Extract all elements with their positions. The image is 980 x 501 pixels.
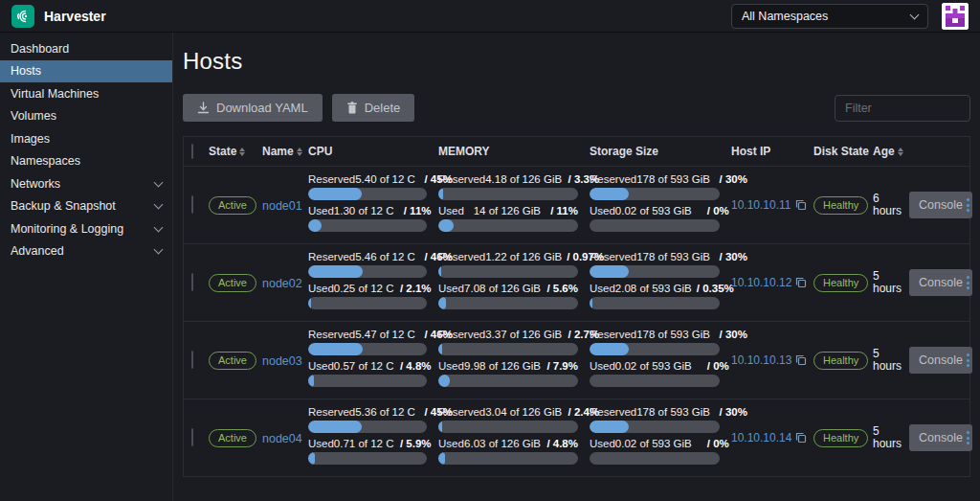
select-all-checkbox[interactable] (191, 144, 193, 159)
sidebar-item-label: Monitoring & Logging (11, 222, 123, 236)
header-cpu: CPU (308, 145, 438, 158)
sidebar-item-networks[interactable]: Networks (0, 172, 172, 195)
sidebar-item-label: Namespaces (11, 154, 80, 168)
row-checkbox[interactable] (191, 195, 193, 214)
table-row: Active node01 Reserved5.40 of 12 C/ 45% … (184, 167, 969, 244)
table-header: State Name CPU MEMORY Storage Size Host … (184, 137, 969, 167)
chevron-down-icon (154, 177, 164, 187)
header-host-ip: Host IP (731, 145, 813, 158)
header-storage: Storage Size (590, 145, 731, 158)
sidebar: Dashboard Hosts Virtual Machines Volumes… (0, 33, 173, 501)
sidebar-item-label: Images (11, 132, 50, 146)
host-name-link[interactable]: node04 (262, 432, 302, 445)
host-name-link[interactable]: node03 (262, 354, 302, 368)
storage-reserved-bar (590, 265, 720, 278)
header-cpu-label: CPU (308, 145, 332, 158)
storage-metric: Reserved178 of 593 GiB/ 30% Used0.02 of … (590, 173, 731, 237)
sidebar-item-namespaces[interactable]: Namespaces (0, 150, 172, 173)
sidebar-item-label: Networks (11, 177, 60, 191)
sidebar-item-label: Virtual Machines (11, 87, 99, 101)
host-ip-link[interactable]: 10.10.10.11 (731, 198, 791, 212)
state-badge: Active (209, 429, 256, 447)
storage-used-bar (590, 297, 720, 309)
copy-icon[interactable] (795, 432, 807, 444)
table-row: Active node03 Reserved5.47 of 12 C/ 46% … (184, 322, 969, 399)
copy-icon[interactable] (795, 199, 807, 211)
row-checkbox[interactable] (191, 428, 193, 446)
state-badge: Active (209, 196, 256, 215)
table-row: Active node04 Reserved5.36 of 12 C/ 45% … (184, 399, 969, 477)
row-actions-menu-icon[interactable] (959, 427, 976, 448)
cpu-used-bar (308, 219, 427, 232)
download-icon (197, 102, 210, 114)
disk-state-badge: Healthy (813, 352, 868, 370)
memory-metric: Reserved1.22 of 126 GiB/ 0.97% Used7.08 … (438, 251, 590, 314)
copy-icon[interactable] (795, 277, 807, 288)
storage-used-bar (590, 375, 720, 387)
cpu-metric: Reserved5.47 of 12 C/ 46% Used0.57 of 12… (308, 329, 438, 392)
storage-metric: Reserved178 of 593 GiB/ 30% Used0.02 of … (590, 329, 731, 392)
header-age[interactable]: Age (873, 145, 909, 158)
state-badge: Active (209, 352, 256, 370)
sidebar-item-hosts[interactable]: Hosts (0, 60, 172, 83)
copy-icon[interactable] (795, 354, 807, 366)
disk-state-badge: Healthy (813, 274, 868, 292)
header-host-ip-label: Host IP (731, 145, 770, 158)
memory-metric: Reserved4.18 of 126 GiB/ 3.3% Used14 of … (438, 173, 590, 237)
storage-metric: Reserved178 of 593 GiB/ 30% Used0.02 of … (590, 406, 731, 469)
header-disk-state: Disk State (813, 145, 873, 158)
chevron-down-icon (154, 245, 164, 255)
main-content: Hosts Download YAML Delet (173, 33, 980, 501)
namespace-selector[interactable]: All Namespaces (731, 4, 928, 29)
row-actions-menu-icon[interactable] (959, 350, 976, 371)
memory-metric: Reserved3.37 of 126 GiB/ 2.7% Used9.98 o… (438, 329, 590, 392)
cpu-reserved-bar (308, 343, 427, 355)
sidebar-item-label: Backup & Snapshot (11, 199, 116, 213)
row-actions-menu-icon[interactable] (959, 194, 976, 216)
storage-metric: Reserved178 of 593 GiB/ 30% Used2.08 of … (590, 251, 731, 314)
namespace-selected-value: All Namespaces (742, 10, 828, 23)
storage-reserved-bar (590, 343, 720, 355)
sidebar-item-virtual-machines[interactable]: Virtual Machines (0, 82, 172, 105)
host-ip-link[interactable]: 10.10.10.12 (731, 276, 791, 289)
filter-input[interactable] (835, 95, 970, 122)
download-yaml-button[interactable]: Download YAML (183, 94, 323, 122)
row-checkbox[interactable] (191, 351, 193, 369)
row-checkbox[interactable] (191, 273, 193, 291)
sidebar-item-volumes[interactable]: Volumes (0, 105, 172, 128)
host-name-link[interactable]: node01 (262, 199, 302, 213)
age-cell: 5hours (873, 425, 909, 450)
disk-state-badge: Healthy (813, 196, 868, 215)
sidebar-item-images[interactable]: Images (0, 127, 172, 150)
sidebar-item-advanced[interactable]: Advanced (0, 240, 172, 263)
top-bar: Harvester All Namespaces (0, 0, 980, 33)
memory-used-bar (438, 375, 578, 387)
sidebar-item-label: Dashboard (11, 42, 69, 56)
header-name[interactable]: Name (262, 145, 308, 158)
host-ip-link[interactable]: 10.10.10.13 (731, 353, 791, 367)
sidebar-item-backup-snapshot[interactable]: Backup & Snapshot (0, 195, 172, 218)
header-state-label: State (209, 145, 236, 158)
header-storage-label: Storage Size (590, 145, 658, 158)
cpu-reserved-bar (308, 188, 427, 200)
actions-bar: Download YAML Delete (183, 94, 970, 122)
cpu-reserved-bar (308, 265, 427, 278)
table-row: Active node02 Reserved5.46 of 12 C/ 46% … (184, 244, 969, 322)
cpu-metric: Reserved5.46 of 12 C/ 46% Used0.25 of 12… (308, 251, 438, 314)
host-name-link[interactable]: node02 (262, 277, 302, 290)
app-title: Harvester (44, 9, 106, 24)
delete-button[interactable]: Delete (332, 94, 415, 122)
age-cell: 5hours (873, 270, 909, 295)
chevron-down-icon (154, 200, 164, 210)
harvester-logo-icon[interactable] (11, 5, 34, 28)
row-actions-menu-icon[interactable] (959, 272, 976, 293)
header-state[interactable]: State (209, 145, 262, 158)
sidebar-item-monitoring-logging[interactable]: Monitoring & Logging (0, 217, 172, 240)
header-age-label: Age (873, 145, 895, 158)
age-cell: 6hours (873, 193, 909, 217)
user-avatar[interactable] (942, 3, 969, 30)
storage-reserved-bar (590, 188, 720, 200)
sidebar-item-dashboard[interactable]: Dashboard (0, 37, 172, 60)
host-ip-link[interactable]: 10.10.10.14 (731, 431, 791, 444)
delete-label: Delete (365, 101, 401, 115)
